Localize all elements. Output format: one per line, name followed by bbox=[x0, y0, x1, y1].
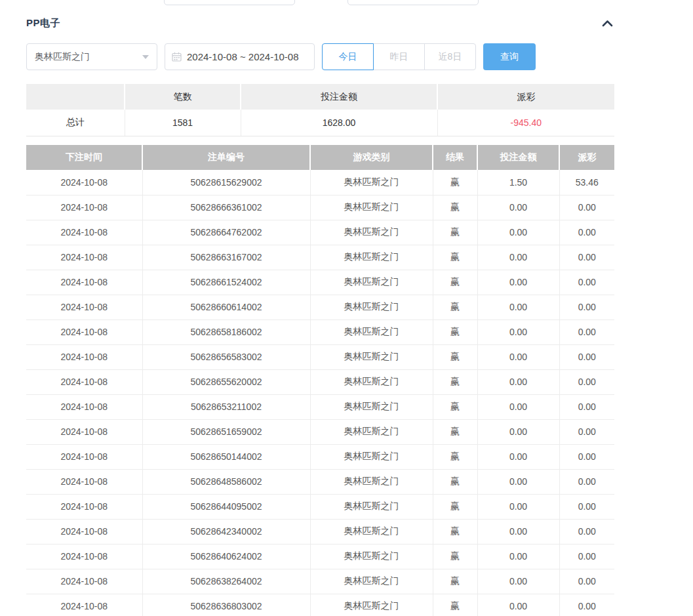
truncated-input-1[interactable] bbox=[164, 0, 295, 5]
cell-result: 赢 bbox=[433, 544, 477, 569]
cell-payout: 0.00 bbox=[559, 469, 614, 494]
record-row: 2024-10-0850628651659002奥林匹斯之门赢0.000.00 bbox=[26, 419, 614, 444]
quick-filter-group: 今日昨日近8日 bbox=[322, 43, 476, 70]
records-header-cell: 投注金额 bbox=[477, 145, 559, 170]
summary-bet-amount: 1628.00 bbox=[241, 110, 437, 136]
cell-payout: 0.00 bbox=[559, 544, 614, 569]
cell-bet-time: 2024-10-08 bbox=[26, 469, 142, 494]
cell-bet-time: 2024-10-08 bbox=[26, 319, 142, 344]
truncated-input-2[interactable] bbox=[347, 0, 479, 5]
cell-bet-amount: 0.00 bbox=[477, 419, 559, 444]
cell-bet-amount: 0.00 bbox=[477, 245, 559, 270]
record-row: 2024-10-0850628648586002奥林匹斯之门赢0.000.00 bbox=[26, 469, 614, 494]
cell-order-no: 50628636803002 bbox=[142, 594, 310, 616]
cell-game-category: 奥林匹斯之门 bbox=[310, 469, 433, 494]
cell-result: 赢 bbox=[433, 319, 477, 344]
records-table: 下注时间注单编号游戏类别结果投注金额派彩 2024-10-08506286156… bbox=[26, 145, 614, 616]
cell-order-no: 50628661524002 bbox=[142, 270, 310, 295]
game-select[interactable]: 奥林匹斯之门 bbox=[26, 43, 157, 70]
cell-order-no: 50628653211002 bbox=[142, 394, 310, 419]
record-row: 2024-10-0850628638264002奥林匹斯之门赢0.000.00 bbox=[26, 569, 614, 594]
cell-payout: 0.00 bbox=[559, 295, 614, 319]
collapse-chevron-up-icon[interactable] bbox=[601, 18, 614, 28]
cell-payout: 0.00 bbox=[559, 494, 614, 519]
cell-result: 赢 bbox=[433, 195, 477, 220]
cell-result: 赢 bbox=[433, 220, 477, 245]
cell-result: 赢 bbox=[433, 569, 477, 594]
record-row: 2024-10-0850628661524002奥林匹斯之门赢0.000.00 bbox=[26, 270, 614, 295]
record-row: 2024-10-0850628644095002奥林匹斯之门赢0.000.00 bbox=[26, 494, 614, 519]
records-header-row: 下注时间注单编号游戏类别结果投注金额派彩 bbox=[26, 145, 614, 170]
cell-game-category: 奥林匹斯之门 bbox=[310, 220, 433, 245]
cell-bet-amount: 0.00 bbox=[477, 544, 559, 569]
cell-result: 赢 bbox=[433, 494, 477, 519]
record-row: 2024-10-0850628642340002奥林匹斯之门赢0.000.00 bbox=[26, 519, 614, 544]
query-button[interactable]: 查询 bbox=[483, 43, 536, 70]
cell-bet-amount: 0.00 bbox=[477, 295, 559, 319]
cell-bet-time: 2024-10-08 bbox=[26, 419, 142, 444]
cell-bet-time: 2024-10-08 bbox=[26, 594, 142, 616]
section-header: PP电子 bbox=[26, 17, 614, 30]
cell-game-category: 奥林匹斯之门 bbox=[310, 519, 433, 544]
cell-game-category: 奥林匹斯之门 bbox=[310, 369, 433, 394]
record-row: 2024-10-0850628655620002奥林匹斯之门赢0.000.00 bbox=[26, 369, 614, 394]
cell-order-no: 50628655620002 bbox=[142, 369, 310, 394]
quick-filter-last-8-days[interactable]: 近8日 bbox=[424, 43, 476, 70]
cell-bet-time: 2024-10-08 bbox=[26, 519, 142, 544]
record-row: 2024-10-0850628658186002奥林匹斯之门赢0.000.00 bbox=[26, 319, 614, 344]
cell-bet-time: 2024-10-08 bbox=[26, 220, 142, 245]
summary-table: 笔数投注金额派彩 总计15811628.00-945.40 bbox=[26, 84, 614, 136]
date-range-input[interactable]: 2024-10-08 ~ 2024-10-08 bbox=[165, 43, 315, 70]
cell-payout: 0.00 bbox=[559, 319, 614, 344]
cell-bet-time: 2024-10-08 bbox=[26, 569, 142, 594]
cell-payout: 0.00 bbox=[559, 594, 614, 616]
cell-payout: 0.00 bbox=[559, 419, 614, 444]
cell-bet-amount: 0.00 bbox=[477, 344, 559, 369]
cell-game-category: 奥林匹斯之门 bbox=[310, 419, 433, 444]
records-header-cell: 结果 bbox=[433, 145, 477, 170]
cell-game-category: 奥林匹斯之门 bbox=[310, 245, 433, 270]
quick-filter-yesterday[interactable]: 昨日 bbox=[373, 43, 425, 70]
record-row: 2024-10-0850628640624002奥林匹斯之门赢0.000.00 bbox=[26, 544, 614, 569]
cell-result: 赢 bbox=[433, 469, 477, 494]
cell-result: 赢 bbox=[433, 344, 477, 369]
cell-bet-amount: 0.00 bbox=[477, 195, 559, 220]
cell-bet-amount: 1.50 bbox=[477, 170, 559, 195]
cell-game-category: 奥林匹斯之门 bbox=[310, 544, 433, 569]
record-row: 2024-10-0850628666361002奥林匹斯之门赢0.000.00 bbox=[26, 195, 614, 220]
cell-payout: 0.00 bbox=[559, 519, 614, 544]
summary-header-cell: 笔数 bbox=[125, 84, 241, 110]
game-select-value: 奥林匹斯之门 bbox=[35, 51, 90, 63]
cell-payout: 0.00 bbox=[559, 344, 614, 369]
records-header-cell: 游戏类别 bbox=[310, 145, 433, 170]
cell-game-category: 奥林匹斯之门 bbox=[310, 270, 433, 295]
cell-bet-amount: 0.00 bbox=[477, 369, 559, 394]
cell-bet-time: 2024-10-08 bbox=[26, 295, 142, 319]
cell-bet-amount: 0.00 bbox=[477, 469, 559, 494]
chevron-down-icon bbox=[142, 55, 149, 59]
summary-header-cell: 投注金额 bbox=[241, 84, 437, 110]
cell-payout: 0.00 bbox=[559, 270, 614, 295]
records-header-cell: 注单编号 bbox=[142, 145, 310, 170]
quick-filter-today[interactable]: 今日 bbox=[322, 43, 374, 70]
record-row: 2024-10-0850628660614002奥林匹斯之门赢0.000.00 bbox=[26, 295, 614, 319]
cell-bet-time: 2024-10-08 bbox=[26, 494, 142, 519]
summary-header-row: 笔数投注金额派彩 bbox=[26, 84, 614, 110]
record-row: 2024-10-0850628636803002奥林匹斯之门赢0.000.00 bbox=[26, 594, 614, 616]
cell-bet-time: 2024-10-08 bbox=[26, 270, 142, 295]
record-row: 2024-10-0850628653211002奥林匹斯之门赢0.000.00 bbox=[26, 394, 614, 419]
cell-payout: 0.00 bbox=[559, 195, 614, 220]
cell-result: 赢 bbox=[433, 594, 477, 616]
cell-result: 赢 bbox=[433, 170, 477, 195]
cell-payout: 0.00 bbox=[559, 444, 614, 469]
records-header-cell: 下注时间 bbox=[26, 145, 142, 170]
cell-game-category: 奥林匹斯之门 bbox=[310, 344, 433, 369]
summary-header-cell: 派彩 bbox=[437, 84, 614, 110]
cell-order-no: 50628615629002 bbox=[142, 170, 310, 195]
cell-game-category: 奥林匹斯之门 bbox=[310, 394, 433, 419]
cell-bet-time: 2024-10-08 bbox=[26, 245, 142, 270]
cell-bet-amount: 0.00 bbox=[477, 270, 559, 295]
cell-payout: 53.46 bbox=[559, 170, 614, 195]
cell-order-no: 50628642340002 bbox=[142, 519, 310, 544]
cell-game-category: 奥林匹斯之门 bbox=[310, 170, 433, 195]
